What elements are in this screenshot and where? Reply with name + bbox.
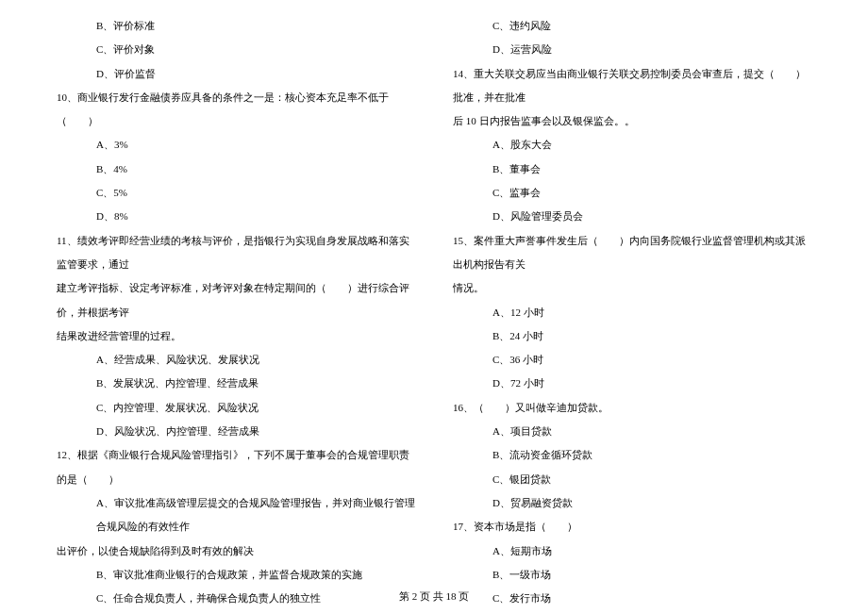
q9-opt-b: B、评价标准	[57, 14, 415, 38]
q16-opt-b: B、流动资金循环贷款	[453, 443, 811, 467]
q10-opt-a: A、3%	[57, 133, 415, 157]
q14-opt-c: C、监事会	[453, 181, 811, 205]
q12-stem: 12、根据《商业银行合规风险管理指引》，下列不属于董事会的合规管理职责的是（ ）	[57, 443, 415, 491]
q13-opt-c: C、违约风险	[453, 14, 811, 38]
q11-opt-a: A、经营成果、风险状况、发展状况	[57, 348, 415, 372]
q12-opt-a-l1: A、审议批准高级管理层提交的合规风险管理报告，并对商业银行管理合规风险的有效性作	[57, 491, 415, 539]
q14-opt-d: D、风险管理委员会	[453, 205, 811, 228]
q16-stem: 16、（ ）又叫做辛迪加贷款。	[453, 396, 811, 420]
q10-opt-b: B、4%	[57, 157, 415, 181]
q15-opt-a: A、12 小时	[453, 301, 811, 324]
q15-opt-c: C、36 小时	[453, 348, 811, 372]
q15-stem-l2: 情况。	[453, 276, 811, 300]
q11-opt-b: B、发展状况、内控管理、经营成果	[57, 372, 415, 395]
q14-opt-b: B、董事会	[453, 157, 811, 181]
q10-opt-c: C、5%	[57, 181, 415, 205]
q14-stem-l2: 后 10 日内报告监事会以及银保监会。。	[453, 109, 811, 133]
q14-opt-a: A、股东大会	[453, 133, 811, 157]
q11-stem-l2: 建立考评指标、设定考评标准，对考评对象在特定期间的（ ）进行综合评价，并根据考评	[57, 276, 415, 324]
q9-opt-c: C、评价对象	[57, 38, 415, 61]
q17-stem: 17、资本市场是指（ ）	[453, 515, 811, 538]
q11-opt-d: D、风险状况、内控管理、经营成果	[57, 420, 415, 443]
q10-stem: 10、商业银行发行金融债券应具备的条件之一是：核心资本充足率不低于（ ）	[57, 86, 415, 134]
q14-stem-l1: 14、重大关联交易应当由商业银行关联交易控制委员会审查后，提交（ ）批准，并在批…	[453, 62, 811, 110]
q15-opt-d: D、72 小时	[453, 372, 811, 395]
page-container: B、评价标准 C、评价对象 D、评价监督 10、商业银行发行金融债券应具备的条件…	[0, 0, 868, 575]
q17-opt-b: B、一级市场	[453, 563, 811, 587]
q11-stem-l1: 11、绩效考评即经营业绩的考核与评价，是指银行为实现自身发展战略和落实监管要求，…	[57, 229, 415, 277]
q13-opt-d: D、运营风险	[453, 38, 811, 61]
q11-stem-l3: 结果改进经营管理的过程。	[57, 324, 415, 348]
q17-opt-a: A、短期市场	[453, 539, 811, 563]
q16-opt-d: D、贸易融资贷款	[453, 491, 811, 515]
q9-opt-d: D、评价监督	[57, 62, 415, 86]
q15-opt-b: B、24 小时	[453, 324, 811, 348]
q12-opt-b: B、审议批准商业银行的合规政策，并监督合规政策的实施	[57, 563, 415, 587]
q12-opt-a-l2: 出评价，以使合规缺陷得到及时有效的解决	[57, 539, 415, 563]
right-column: C、违约风险 D、运营风险 14、重大关联交易应当由商业银行关联交易控制委员会审…	[434, 14, 811, 575]
q15-stem-l1: 15、案件重大声誉事件发生后（ ）内向国务院银行业监督管理机构或其派出机构报告有…	[453, 229, 811, 277]
q16-opt-a: A、项目贷款	[453, 420, 811, 443]
page-footer: 第 2 页 共 18 页	[0, 589, 868, 604]
q10-opt-d: D、8%	[57, 205, 415, 228]
left-column: B、评价标准 C、评价对象 D、评价监督 10、商业银行发行金融债券应具备的条件…	[57, 14, 434, 575]
q16-opt-c: C、银团贷款	[453, 468, 811, 491]
q11-opt-c: C、内控管理、发展状况、风险状况	[57, 396, 415, 420]
